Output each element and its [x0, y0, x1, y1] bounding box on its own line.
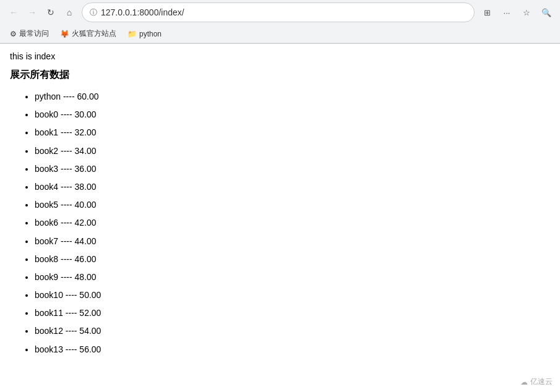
browser-toolbar: ← → ↻ ⌂ ⓘ ⊞ ··· ☆ 🔍: [0, 0, 560, 25]
bookmarks-bar: ⚙ 最常访问 🦊 火狐官方站点 📁 python: [0, 25, 560, 43]
bookmark-python-label: python: [139, 30, 162, 38]
address-bar-container[interactable]: ⓘ: [82, 2, 475, 22]
bookmark-firefox[interactable]: 🦊 火狐官方站点: [55, 27, 121, 41]
watermark-icon: ☁: [520, 378, 528, 386]
search-button[interactable]: 🔍: [538, 4, 555, 21]
forward-button[interactable]: →: [24, 4, 41, 21]
toolbar-actions: ⊞ ··· ☆ 🔍: [478, 4, 555, 21]
home-button[interactable]: ⌂: [61, 4, 78, 21]
refresh-button[interactable]: ↻: [42, 4, 59, 21]
bookmark-firefox-label: 火狐官方站点: [72, 28, 116, 39]
list-item: book5 ---- 40.00: [35, 196, 550, 214]
list-item: book0 ---- 30.00: [35, 106, 550, 124]
address-input[interactable]: [101, 7, 467, 17]
firefox-icon: 🦊: [60, 30, 69, 38]
star-button[interactable]: ☆: [518, 4, 535, 21]
frequent-icon: ⚙: [10, 30, 17, 38]
watermark-text: 亿速云: [530, 377, 553, 387]
list-item: book2 ---- 34.00: [35, 142, 550, 160]
book-list: python ---- 60.00book0 ---- 30.00book1 -…: [10, 88, 550, 359]
list-item: book9 ---- 48.00: [35, 268, 550, 286]
bookmark-frequent[interactable]: ⚙ 最常访问: [5, 27, 54, 41]
list-item: book1 ---- 32.00: [35, 124, 550, 142]
list-item: book8 ---- 46.00: [35, 250, 550, 268]
nav-buttons: ← → ↻ ⌂: [5, 4, 78, 21]
back-button[interactable]: ←: [5, 4, 22, 21]
list-item: book10 ---- 50.00: [35, 286, 550, 304]
list-item: book3 ---- 36.00: [35, 160, 550, 178]
extensions-button[interactable]: ⊞: [478, 4, 496, 21]
list-item: book4 ---- 38.00: [35, 178, 550, 196]
python-bookmark-icon: 📁: [127, 30, 137, 38]
list-item: book13 ---- 56.00: [35, 341, 550, 359]
browser-chrome: ← → ↻ ⌂ ⓘ ⊞ ··· ☆ 🔍 ⚙ 最常访问 🦊 火狐官方站点 📁: [0, 0, 560, 44]
bookmark-frequent-label: 最常访问: [19, 28, 49, 39]
list-item: python ---- 60.00: [35, 88, 550, 106]
list-item: book6 ---- 42.00: [35, 214, 550, 232]
section-title: 展示所有数据: [10, 69, 550, 82]
list-item: book7 ---- 44.00: [35, 232, 550, 250]
menu-button[interactable]: ···: [498, 4, 515, 21]
list-item: book12 ---- 54.00: [35, 322, 550, 340]
bookmark-python[interactable]: 📁 python: [123, 28, 166, 40]
list-item: book11 ---- 52.00: [35, 304, 550, 322]
page-content: this is index 展示所有数据 python ---- 60.00bo…: [0, 44, 560, 392]
watermark: ☁ 亿速云: [520, 377, 553, 387]
address-security-icon: ⓘ: [90, 7, 97, 18]
page-intro: this is index: [10, 51, 550, 61]
